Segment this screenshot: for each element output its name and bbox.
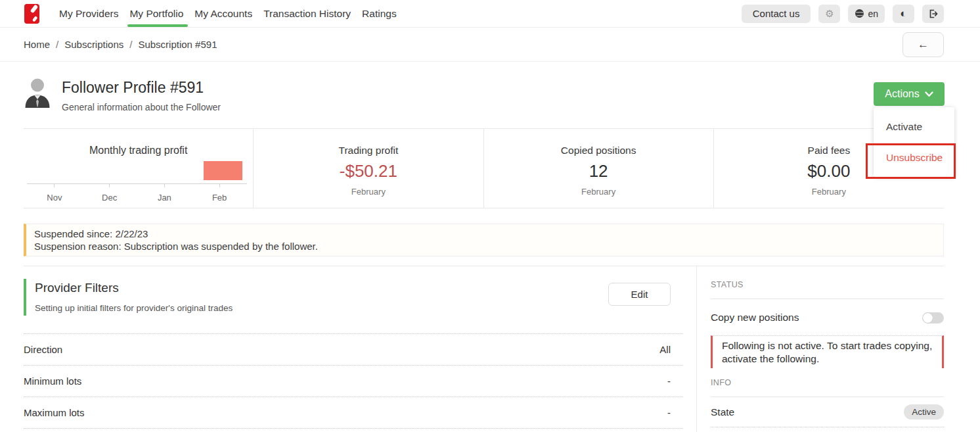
settings-button[interactable]: ⚙ [818,5,840,23]
chart-category: Jan [137,184,192,203]
profile-text: Follower Profile #591 General informatio… [62,78,221,112]
person-avatar-icon [24,78,51,108]
stat-value: -$50.21 [254,161,483,181]
profile-header: Follower Profile #591 General informatio… [0,62,980,128]
stat-label: Trading profit [254,145,483,156]
stat-period: February [714,187,944,197]
status-heading: STATUS [711,280,944,289]
copy-new-positions-row: Copy new positions [711,306,944,329]
actions-dropdown-wrap: Actions Activate Unsubscribe [874,82,945,106]
breadcrumb: Home / Subscriptions / Subscription #591 [24,39,217,50]
chart-title: Monthly trading profit [24,145,253,156]
contrast-icon: ◐ [900,8,906,19]
topbar-actions: Contact us ⚙ en ◐ [742,5,944,23]
nav-item-my-portfolio[interactable]: My Portfolio [129,0,184,27]
toggle-knob [923,313,933,323]
axis-tick [164,184,165,187]
language-label: en [868,9,878,19]
stat-period: February [254,187,483,197]
provider-filters-header: Provider Filters Setting up initial filt… [24,279,683,316]
back-button[interactable]: ← [902,32,944,57]
suspension-warning-banner: Suspended since: 2/22/23 Suspension reas… [24,224,944,256]
stat-label: Copied positions [484,145,713,156]
nav-label: My Portfolio [129,8,183,20]
provider-filters-rows: Direction All Minimum lots - Maximum lot… [24,333,683,429]
state-active-badge: Active [904,404,944,420]
filter-label: Minimum lots [24,375,81,387]
chart-category: Nov [27,184,82,203]
breadcrumb-row: Home / Subscriptions / Subscription #591… [0,28,980,62]
top-navigation-bar: My Providers My Portfolio My Accounts Tr… [0,0,980,28]
chart-category: Dec [82,184,137,203]
contact-us-button[interactable]: Contact us [742,5,811,23]
actions-button[interactable]: Actions [874,82,945,106]
chart-category: Feb [192,184,247,203]
nav-label: Transaction History [263,8,351,20]
logout-icon [928,9,939,19]
menu-item-unsubscribe[interactable]: Unsubscribe [874,142,954,173]
provider-filters-section: Provider Filters Setting up initial filt… [24,266,696,432]
page-subtitle: General information about the Follower [62,102,221,112]
axis-tick [54,184,55,187]
axis-tick [219,184,220,187]
filter-value: All [659,344,671,355]
axis-label-dec: Dec [82,193,137,203]
actions-dropdown-menu: Activate Unsubscribe [874,107,954,177]
filter-row-direction: Direction All [24,334,683,366]
filter-value: - [667,375,671,387]
provider-filters-titles: Provider Filters Setting up initial filt… [24,279,233,316]
breadcrumb-separator: / [56,39,58,50]
globe-icon [855,9,864,18]
following-inactive-alert: Following is not active. To start trades… [711,335,944,368]
logout-button[interactable] [922,5,944,23]
chart-x-axis: Nov Dec Jan Feb [27,183,247,203]
nav-label: My Accounts [194,8,252,20]
state-label: State [711,406,734,418]
info-heading: INFO [711,378,944,387]
axis-tick [109,184,110,187]
nav-item-my-providers[interactable]: My Providers [58,0,119,27]
language-button[interactable]: en [848,5,885,23]
stat-card-trading-profit: Trading profit -$50.21 February [254,129,483,208]
suspension-reason: Suspension reason: Subscription was susp… [34,240,943,252]
state-row: State Active [711,397,944,427]
panel-divider [711,299,944,299]
main-nav: My Providers My Portfolio My Accounts Tr… [58,0,407,27]
copy-new-positions-label: Copy new positions [711,312,799,324]
nav-label: My Providers [59,8,118,20]
nav-item-transaction-history[interactable]: Transaction History [263,0,351,27]
provider-filters-subtitle: Setting up initial filters for provider'… [35,303,233,313]
suspension-since: Suspended since: 2/22/23 [34,228,943,240]
copy-new-positions-toggle[interactable] [922,312,944,324]
filter-row-maximum-lots: Maximum lots - [24,397,683,429]
breadcrumb-subscriptions[interactable]: Subscriptions [64,39,123,50]
breadcrumb-separator: / [129,39,132,50]
page-title: Follower Profile #591 [62,79,221,97]
actions-button-label: Actions [885,88,919,100]
stat-card-copied-positions: Copied positions 12 February [484,129,714,208]
axis-label-jan: Jan [137,193,192,203]
nav-item-ratings[interactable]: Ratings [361,0,397,27]
filter-label: Maximum lots [24,407,85,418]
content-area: Provider Filters Setting up initial filt… [0,266,980,432]
arrow-left-icon: ← [918,38,929,51]
theme-toggle-button[interactable]: ◐ [893,5,914,23]
axis-label-feb: Feb [192,193,247,203]
provider-filters-title: Provider Filters [35,281,233,295]
chevron-down-icon [925,91,933,97]
stat-period: February [484,187,713,197]
breadcrumb-current: Subscription #591 [138,39,217,50]
filter-label: Direction [24,344,62,355]
breadcrumb-home[interactable]: Home [24,39,50,50]
nav-label: Ratings [362,8,397,20]
stat-value: 12 [484,161,713,181]
chart-bar-feb [204,161,242,180]
edit-button[interactable]: Edit [608,283,671,306]
filter-value: - [667,407,671,418]
filter-row-minimum-lots: Minimum lots - [24,366,683,397]
brand-logo-icon[interactable] [24,4,39,24]
menu-item-activate[interactable]: Activate [874,111,954,142]
nav-item-my-accounts[interactable]: My Accounts [194,0,253,27]
axis-label-nov: Nov [27,193,82,203]
status-sidebar: STATUS Copy new positions Following is n… [696,266,944,432]
